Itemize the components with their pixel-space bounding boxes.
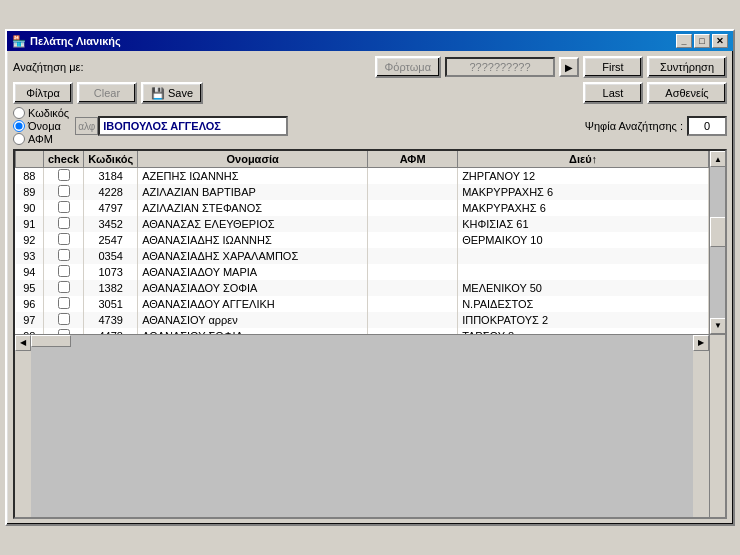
- col-afm: ΑΦΜ: [368, 151, 458, 168]
- search-with-label: Αναζήτηση με:: [13, 61, 84, 73]
- cell-kodikos: 4739: [84, 312, 138, 328]
- scroll-down-button[interactable]: ▼: [710, 318, 725, 334]
- nav-arrow-button[interactable]: ▶: [559, 57, 579, 77]
- cell-dieu: [458, 264, 709, 280]
- vertical-scrollbar[interactable]: ▲ ▼: [709, 151, 725, 334]
- hscroll-track[interactable]: [31, 335, 693, 518]
- cell-onomasia: ΑΖΙΛΑΖΙΑΝ ΣΤΕΦΑΝΟΣ: [138, 200, 368, 216]
- title-bar-controls: _ □ ✕: [676, 34, 728, 48]
- load-button[interactable]: Φόρτωμα: [375, 56, 441, 78]
- close-button[interactable]: ✕: [712, 34, 728, 48]
- cell-dieu: Ν.ΡΑΙΔΕΣΤΟΣ: [458, 296, 709, 312]
- col-onomasia: Ονομασία: [138, 151, 368, 168]
- cell-kodikos: 0354: [84, 248, 138, 264]
- cell-num: 94: [16, 264, 44, 280]
- row-checkbox[interactable]: [58, 281, 70, 293]
- cell-onomasia: ΑΘΑΝΑΣΙΑΔΟΥ ΑΓΓΕΛΙΚΗ: [138, 296, 368, 312]
- maximize-button[interactable]: □: [694, 34, 710, 48]
- table-row[interactable]: 941073ΑΘΑΝΑΣΙΑΔΟΥ ΜΑΡΙΑ: [16, 264, 709, 280]
- row-checkbox[interactable]: [58, 297, 70, 309]
- digits-label: Ψηφία Αναζήτησης :: [585, 120, 683, 132]
- digits-field[interactable]: 0: [687, 116, 727, 136]
- table-row[interactable]: 904797ΑΖΙΛΑΖΙΑΝ ΣΤΕΦΑΝΟΣΜΑΚΡΥΡΑΧΗΣ 6: [16, 200, 709, 216]
- cell-kodikos: 2547: [84, 232, 138, 248]
- scroll-thumb[interactable]: [710, 217, 725, 247]
- cell-check[interactable]: [44, 312, 84, 328]
- cell-check[interactable]: [44, 216, 84, 232]
- filters-button[interactable]: Φίλτρα: [13, 82, 73, 104]
- row-checkbox[interactable]: [58, 265, 70, 277]
- cell-onomasia: ΑΘΑΝΑΣΙΑΔΗΣ ΧΑΡΑΛΑΜΠΟΣ: [138, 248, 368, 264]
- table-row[interactable]: 963051ΑΘΑΝΑΣΙΑΔΟΥ ΑΓΓΕΛΙΚΗΝ.ΡΑΙΔΕΣΤΟΣ: [16, 296, 709, 312]
- table-row[interactable]: 922547ΑΘΑΝΑΣΙΑΔΗΣ ΙΩΑΝΝΗΣΘΕΡΜΑΙΚΟΥ 10: [16, 232, 709, 248]
- cell-onomasia: ΑΖΙΛΑΖΙΑΝ ΒΑΡΤΙΒΑΡ: [138, 184, 368, 200]
- row-checkbox[interactable]: [58, 233, 70, 245]
- cell-afm: [368, 200, 458, 216]
- cell-check[interactable]: [44, 280, 84, 296]
- title-bar: 🏪 Πελάτης Λιανικής _ □ ✕: [7, 31, 733, 51]
- cell-check[interactable]: [44, 168, 84, 185]
- last-button[interactable]: Last: [583, 82, 643, 104]
- scroll-up-button[interactable]: ▲: [710, 151, 725, 167]
- window-icon: 🏪: [12, 35, 26, 48]
- row-checkbox[interactable]: [58, 249, 70, 261]
- table-row[interactable]: 951382ΑΘΑΝΑΣΙΑΔΟΥ ΣΟΦΙΑΜΕΛΕΝΙΚΟΥ 50: [16, 280, 709, 296]
- scroll-left-button[interactable]: ◀: [15, 335, 31, 351]
- cell-check[interactable]: [44, 200, 84, 216]
- table-row[interactable]: 894228ΑΖΙΛΑΖΙΑΝ ΒΑΡΤΙΒΑΡΜΑΚΡΥΡΡΑΧΗΣ 6: [16, 184, 709, 200]
- search-row: Κωδικός Όνομα ΑΦΜ αλφ ΙΒΟΠΟΥΛΟΣ ΑΓΓΕΛΟΣ: [13, 107, 727, 145]
- maintenance-button[interactable]: Συντήρηση: [647, 56, 727, 78]
- cell-check[interactable]: [44, 248, 84, 264]
- search-input[interactable]: ΙΒΟΠΟΥΛΟΣ ΑΓΓΕΛΟΣ: [98, 116, 288, 136]
- cell-num: 96: [16, 296, 44, 312]
- cell-afm: [368, 264, 458, 280]
- table-row[interactable]: 974739ΑΘΑΝΑΣΙΟΥ αρρενΙΠΠΟΚΡΑΤΟΥΣ 2: [16, 312, 709, 328]
- scroll-right-button[interactable]: ▶: [693, 335, 709, 351]
- row-checkbox[interactable]: [58, 185, 70, 197]
- save-button[interactable]: 💾 Save: [141, 82, 203, 104]
- cell-num: 95: [16, 280, 44, 296]
- clear-button[interactable]: Clear: [77, 82, 137, 104]
- row-checkbox[interactable]: [58, 313, 70, 325]
- cell-num: 90: [16, 200, 44, 216]
- cell-check[interactable]: [44, 296, 84, 312]
- radio-kodikos[interactable]: [13, 107, 25, 119]
- content-area: Αναζήτηση με: Φόρτωμα ?????????? ▶ First…: [7, 51, 733, 524]
- customer-table: check Κωδικός Ονομασία ΑΦΜ Διεύ↑ 883184Α…: [15, 151, 709, 334]
- minimize-button[interactable]: _: [676, 34, 692, 48]
- table-row[interactable]: 913452ΑΘΑΝΑΣΑΣ ΕΛΕΥΘΕΡΙΟΣΚΗΦΙΣΙΑΣ 61: [16, 216, 709, 232]
- cell-dieu: [458, 248, 709, 264]
- row-checkbox[interactable]: [58, 217, 70, 229]
- cell-num: 91: [16, 216, 44, 232]
- radio-onoma[interactable]: [13, 120, 25, 132]
- cell-kodikos: 1073: [84, 264, 138, 280]
- cell-num: 88: [16, 168, 44, 185]
- cell-onomasia: ΑΘΑΝΑΣΙΑΔΟΥ ΜΑΡΙΑ: [138, 264, 368, 280]
- first-button[interactable]: First: [583, 56, 643, 78]
- row-checkbox[interactable]: [58, 201, 70, 213]
- horizontal-scrollbar[interactable]: ◀ ▶: [15, 334, 725, 518]
- patients-button[interactable]: Ασθενείς: [647, 82, 727, 104]
- cell-onomasia: ΑΖΕΠΗΣ ΙΩΑΝΝΗΣ: [138, 168, 368, 185]
- hscroll-thumb[interactable]: [31, 335, 71, 347]
- cell-dieu: ΜΑΚΡΥΡΑΧΗΣ 6: [458, 200, 709, 216]
- cell-check[interactable]: [44, 232, 84, 248]
- cell-check[interactable]: [44, 184, 84, 200]
- cell-dieu: ΘΕΡΜΑΙΚΟΥ 10: [458, 232, 709, 248]
- save-icon: 💾: [151, 87, 165, 100]
- cell-dieu: ΜΑΚΡΥΡΡΑΧΗΣ 6: [458, 184, 709, 200]
- col-dieu: Διεύ↑: [458, 151, 709, 168]
- cell-num: 97: [16, 312, 44, 328]
- cell-check[interactable]: [44, 264, 84, 280]
- row-checkbox[interactable]: [58, 169, 70, 181]
- table-row[interactable]: 930354ΑΘΑΝΑΣΙΑΔΗΣ ΧΑΡΑΛΑΜΠΟΣ: [16, 248, 709, 264]
- cell-afm: [368, 280, 458, 296]
- radio-afm[interactable]: [13, 133, 25, 145]
- table-header: check Κωδικός Ονομασία ΑΦΜ Διεύ↑: [16, 151, 709, 168]
- toolbar-row2: Φίλτρα Clear 💾 Save Last Ασθενείς: [13, 82, 727, 104]
- col-check: check: [44, 151, 84, 168]
- table-row[interactable]: 883184ΑΖΕΠΗΣ ΙΩΑΝΝΗΣΖΗΡΓΑΝΟΥ 12: [16, 168, 709, 185]
- cell-kodikos: 4228: [84, 184, 138, 200]
- scroll-track[interactable]: [710, 167, 725, 318]
- cell-onomasia: ΑΘΑΝΑΣΙΑΔΗΣ ΙΩΑΝΝΗΣ: [138, 232, 368, 248]
